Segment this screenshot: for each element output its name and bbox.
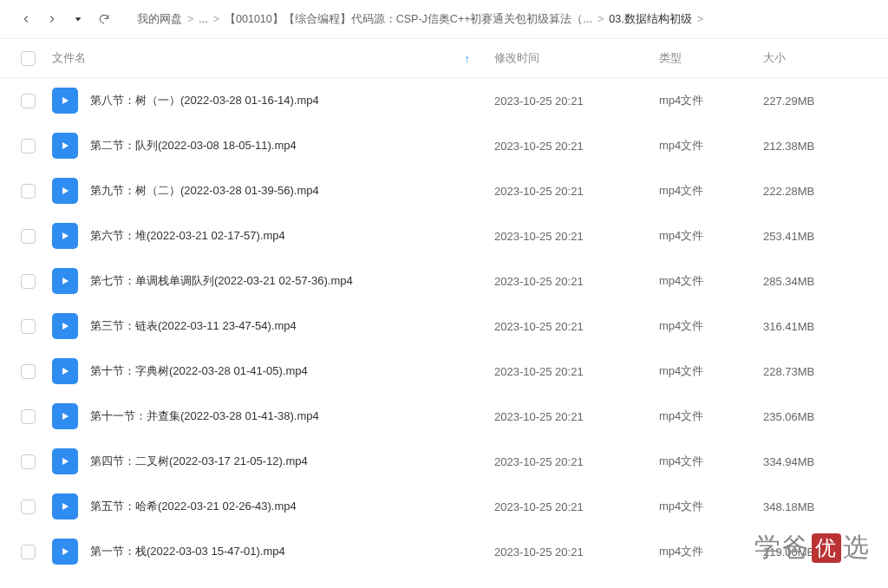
svg-marker-4 bbox=[62, 232, 69, 239]
breadcrumb-ellipsis[interactable]: ... bbox=[199, 13, 207, 25]
row-checkbox[interactable] bbox=[21, 229, 36, 244]
row-checkbox[interactable] bbox=[21, 319, 36, 334]
row-checkbox[interactable] bbox=[21, 500, 36, 514]
table-row[interactable]: 第四节：二叉树(2022-03-17 21-05-12).mp42023-10-… bbox=[0, 439, 888, 484]
forward-button[interactable] bbox=[42, 9, 62, 29]
file-type: mp4文件 bbox=[659, 228, 763, 244]
file-type: mp4文件 bbox=[659, 273, 763, 289]
video-file-icon bbox=[52, 403, 78, 429]
table-row[interactable]: 第五节：哈希(2022-03-21 02-26-43).mp42023-10-2… bbox=[0, 484, 888, 529]
table-row[interactable]: 第十一节：并查集(2022-03-28 01-41-38).mp42023-10… bbox=[0, 394, 888, 439]
file-size: 227.29MB bbox=[763, 95, 867, 108]
row-checkbox[interactable] bbox=[21, 94, 36, 108]
file-size: 228.73MB bbox=[763, 365, 867, 378]
file-mtime: 2023-10-25 20:21 bbox=[494, 455, 659, 468]
file-name[interactable]: 第八节：树（一）(2022-03-28 01-16-14).mp4 bbox=[90, 93, 494, 108]
col-check bbox=[21, 364, 52, 379]
file-name[interactable]: 第二节：队列(2022-03-08 18-05-11).mp4 bbox=[90, 138, 494, 154]
video-file-icon bbox=[52, 133, 78, 159]
video-file-icon bbox=[52, 313, 78, 339]
file-mtime: 2023-10-25 20:21 bbox=[494, 230, 659, 243]
table-row[interactable]: 第七节：单调栈单调队列(2022-03-21 02-57-36).mp42023… bbox=[0, 258, 888, 304]
col-size-label: 大小 bbox=[763, 51, 786, 64]
select-all-checkbox[interactable] bbox=[21, 51, 36, 66]
file-type: mp4文件 bbox=[659, 408, 763, 424]
col-check bbox=[21, 184, 52, 199]
video-file-icon bbox=[52, 178, 78, 204]
col-check bbox=[21, 545, 52, 559]
file-name[interactable]: 第四节：二叉树(2022-03-17 21-05-12).mp4 bbox=[90, 454, 494, 469]
history-dropdown-button[interactable] bbox=[68, 9, 88, 29]
row-checkbox[interactable] bbox=[21, 454, 36, 469]
table-row[interactable]: 第三节：链表(2022-03-11 23-47-54).mp42023-10-2… bbox=[0, 304, 888, 349]
col-name-header[interactable]: 文件名 ↑ bbox=[52, 50, 494, 66]
breadcrumb-sep: > bbox=[213, 13, 219, 25]
col-check bbox=[21, 454, 52, 469]
file-type: mp4文件 bbox=[659, 499, 763, 514]
row-checkbox[interactable] bbox=[21, 409, 36, 424]
video-file-icon bbox=[52, 448, 78, 474]
file-name[interactable]: 第五节：哈希(2022-03-21 02-26-43).mp4 bbox=[90, 499, 494, 514]
row-checkbox[interactable] bbox=[21, 139, 36, 154]
refresh-icon bbox=[98, 13, 110, 25]
file-size: 285.34MB bbox=[763, 275, 867, 288]
file-type: mp4文件 bbox=[659, 363, 763, 379]
back-button[interactable] bbox=[16, 9, 36, 29]
row-checkbox[interactable] bbox=[21, 184, 36, 199]
file-mtime: 2023-10-25 20:21 bbox=[494, 500, 659, 513]
col-type-label: 类型 bbox=[659, 51, 682, 64]
col-check bbox=[21, 229, 52, 244]
file-name[interactable]: 第七节：单调栈单调队列(2022-03-21 02-57-36).mp4 bbox=[90, 273, 494, 289]
breadcrumb-current[interactable]: 03.数据结构初级 bbox=[609, 12, 691, 27]
file-name[interactable]: 第三节：链表(2022-03-11 23-47-54).mp4 bbox=[90, 318, 494, 334]
table-row[interactable]: 第一节：栈(2022-03-03 15-47-01).mp42023-10-25… bbox=[0, 529, 888, 574]
svg-marker-2 bbox=[62, 142, 69, 149]
refresh-button[interactable] bbox=[94, 9, 114, 29]
svg-marker-3 bbox=[62, 187, 69, 194]
file-type: mp4文件 bbox=[659, 183, 763, 199]
chevron-right-icon bbox=[46, 13, 58, 25]
col-size-header[interactable]: 大小 bbox=[763, 50, 867, 66]
row-checkbox[interactable] bbox=[21, 545, 36, 559]
row-checkbox[interactable] bbox=[21, 364, 36, 379]
file-type: mp4文件 bbox=[659, 138, 763, 154]
toolbar: 我的网盘 > ... > 【001010】【综合编程】代码源：CSP-J信奥C+… bbox=[0, 0, 888, 38]
file-type: mp4文件 bbox=[659, 544, 763, 559]
table-row[interactable]: 第八节：树（一）(2022-03-28 01-16-14).mp42023-10… bbox=[0, 78, 888, 123]
row-checkbox[interactable] bbox=[21, 274, 36, 289]
file-name[interactable]: 第十一节：并查集(2022-03-28 01-41-38).mp4 bbox=[90, 408, 494, 424]
breadcrumb-folder-1[interactable]: 【001010】【综合编程】代码源：CSP-J信奥C++初赛通关包初级算法（..… bbox=[225, 12, 592, 27]
file-list: 第八节：树（一）(2022-03-28 01-16-14).mp42023-10… bbox=[0, 78, 888, 574]
breadcrumb-sep: > bbox=[697, 13, 703, 25]
file-size: 219.00MB bbox=[763, 546, 867, 559]
file-name[interactable]: 第十节：字典树(2022-03-28 01-41-05).mp4 bbox=[90, 363, 494, 379]
col-check bbox=[21, 51, 52, 66]
file-mtime: 2023-10-25 20:21 bbox=[494, 185, 659, 198]
svg-marker-9 bbox=[62, 458, 69, 465]
col-mtime-header[interactable]: 修改时间 bbox=[494, 50, 659, 66]
file-mtime: 2023-10-25 20:21 bbox=[494, 275, 659, 288]
table-row[interactable]: 第十节：字典树(2022-03-28 01-41-05).mp42023-10-… bbox=[0, 349, 888, 394]
breadcrumb-root[interactable]: 我的网盘 bbox=[137, 12, 182, 27]
file-name[interactable]: 第九节：树（二）(2022-03-28 01-39-56).mp4 bbox=[90, 183, 494, 199]
table-row[interactable]: 第二节：队列(2022-03-08 18-05-11).mp42023-10-2… bbox=[0, 123, 888, 168]
file-name[interactable]: 第六节：堆(2022-03-21 02-17-57).mp4 bbox=[90, 228, 494, 244]
col-check bbox=[21, 274, 52, 289]
col-check bbox=[21, 94, 52, 108]
file-mtime: 2023-10-25 20:21 bbox=[494, 95, 659, 108]
table-row[interactable]: 第九节：树（二）(2022-03-28 01-39-56).mp42023-10… bbox=[0, 168, 888, 213]
col-check bbox=[21, 409, 52, 424]
file-size: 212.38MB bbox=[763, 140, 867, 153]
file-size: 348.18MB bbox=[763, 500, 867, 513]
table-row[interactable]: 第六节：堆(2022-03-21 02-17-57).mp42023-10-25… bbox=[0, 213, 888, 258]
svg-marker-5 bbox=[62, 278, 69, 284]
file-type: mp4文件 bbox=[659, 93, 763, 108]
file-size: 222.28MB bbox=[763, 185, 867, 198]
file-mtime: 2023-10-25 20:21 bbox=[494, 410, 659, 423]
caret-down-icon bbox=[74, 15, 82, 23]
col-check bbox=[21, 319, 52, 334]
col-type-header[interactable]: 类型 bbox=[659, 50, 763, 66]
file-name[interactable]: 第一节：栈(2022-03-03 15-47-01).mp4 bbox=[90, 544, 494, 559]
file-size: 235.06MB bbox=[763, 410, 867, 423]
breadcrumb-sep: > bbox=[597, 13, 604, 25]
